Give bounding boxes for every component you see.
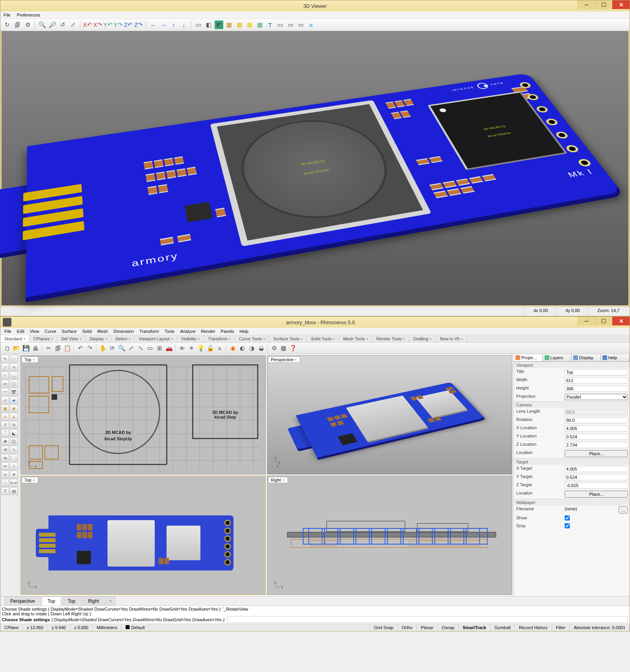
tab-solidtools[interactable]: Solid Tools▾ — [307, 335, 339, 342]
open-icon[interactable]: 📂 — [12, 344, 21, 353]
eco2-icon[interactable]: ▭ — [286, 20, 295, 29]
prop-xloc-input[interactable] — [565, 425, 628, 432]
pan-icon[interactable]: ✋ — [98, 344, 107, 353]
viewport-label-top1[interactable]: Top▾ — [22, 356, 38, 363]
viewport-label-persp[interactable]: Perspective▾ — [268, 356, 300, 363]
pan-down-icon[interactable]: ↓ — [180, 20, 188, 29]
menu-file[interactable]: File — [4, 329, 11, 334]
copy-icon[interactable]: 🗐 — [54, 344, 62, 353]
close-button[interactable]: ✕ — [612, 0, 630, 9]
box-icon[interactable]: ▣ — [1, 404, 9, 412]
wallpaper-browse-button[interactable]: … — [619, 506, 628, 513]
rotate-x-pos-icon[interactable]: X↷ — [93, 20, 102, 29]
text-icon[interactable]: T — [266, 20, 274, 29]
rotate-z-neg-icon[interactable]: Z↶ — [124, 20, 133, 29]
panel-tab-properties[interactable]: Prope… — [514, 354, 543, 361]
toggle-models-icon[interactable]: ◩ — [215, 20, 223, 29]
copy2-icon[interactable]: ⿻ — [10, 438, 18, 445]
viewport-right[interactable]: Right▾ — [267, 476, 512, 595]
join-icon[interactable]: ∪ — [1, 471, 9, 478]
hatch-icon[interactable]: ▤ — [10, 487, 18, 495]
zoom-in-icon[interactable]: 🔍 — [38, 20, 46, 29]
rhino-close-button[interactable]: ✕ — [612, 317, 630, 325]
layers-icon[interactable]: ≡ — [307, 20, 315, 29]
render-icon[interactable]: ◑ — [247, 344, 256, 353]
copy-icon[interactable]: 🗐 — [13, 20, 22, 29]
silk-icon[interactable]: ▦ — [235, 20, 244, 29]
tab-meshtools[interactable]: Mesh Tools▾ — [339, 335, 372, 342]
titlebar-3dviewer[interactable]: 3D Viewer ─ ☐ ✕ — [0, 0, 630, 11]
plane-icon[interactable]: ▰ — [10, 396, 18, 404]
new-icon[interactable]: 🗋 — [3, 344, 11, 353]
viewport-perspective[interactable]: Perspective▾ z└ y x — [267, 355, 512, 474]
command-input[interactable] — [227, 616, 628, 623]
toggle-filter[interactable]: Filter — [552, 624, 570, 631]
chamfer-icon[interactable]: ◣ — [10, 429, 18, 437]
panel-tab-display[interactable]: Display — [572, 354, 601, 361]
status-cplane[interactable]: CPlane — [0, 624, 23, 631]
copper-icon[interactable]: ▦ — [225, 20, 233, 29]
prop-zloc-input[interactable] — [565, 442, 628, 448]
viewport-tab-right[interactable]: Right — [82, 596, 105, 606]
menu-file[interactable]: File — [4, 13, 11, 17]
viewport-label-right[interactable]: Right▾ — [268, 477, 288, 483]
paste-icon[interactable]: 📋 — [63, 344, 72, 353]
rotate-y-neg-icon[interactable]: Y↶ — [104, 20, 112, 29]
eco1-icon[interactable]: ▭ — [276, 20, 285, 29]
status-layer[interactable]: Default — [122, 624, 149, 631]
pan-right-icon[interactable]: → — [159, 20, 168, 29]
circle-icon[interactable]: ○ — [1, 371, 9, 379]
prop-yloc-input[interactable] — [565, 434, 628, 440]
paste-icon[interactable]: ▦ — [256, 20, 264, 29]
menu-help[interactable]: Help — [239, 329, 248, 334]
save-icon[interactable]: 💾 — [22, 344, 30, 353]
zoom-icon[interactable]: 🔍 — [117, 344, 126, 353]
menu-surface[interactable]: Surface — [62, 329, 77, 334]
rotate-z-pos-icon[interactable]: Z↷ — [134, 20, 143, 29]
pan-up-icon[interactable]: ↑ — [169, 20, 178, 29]
tab-cplanes[interactable]: CPlanes▾ — [30, 335, 57, 342]
tab-setview[interactable]: Set View▾ — [57, 335, 85, 342]
options-icon[interactable]: ⚙ — [270, 344, 278, 353]
print-icon[interactable]: 🖶 — [31, 344, 40, 353]
undo-icon[interactable]: ↶ — [76, 344, 85, 353]
wallpaper-gray-checkbox[interactable] — [565, 523, 570, 528]
ortho-icon[interactable]: ▭ — [194, 20, 203, 29]
menu-solid[interactable]: Solid — [82, 329, 92, 334]
redraw-icon[interactable]: ↺ — [58, 20, 67, 29]
wallpaper-show-checkbox[interactable] — [565, 515, 570, 521]
viewport-tab-add[interactable]: + — [106, 596, 115, 606]
help-icon[interactable]: ❓ — [289, 344, 297, 353]
scale-icon[interactable]: ⤡ — [10, 446, 18, 454]
rect-icon[interactable]: ▭ — [1, 380, 9, 388]
config-icon[interactable]: ⚙ — [23, 20, 32, 29]
text-icon[interactable]: T — [1, 487, 9, 495]
place-target-button[interactable]: Place... — [565, 491, 628, 498]
tab-display[interactable]: Display▾ — [85, 335, 111, 342]
tab-transform[interactable]: Transform▾ — [204, 335, 235, 342]
zoom-extents-icon[interactable]: ⤢ — [127, 344, 135, 353]
viewport-tab-perspective[interactable]: Perspective — [4, 596, 41, 606]
tab-surfacetools[interactable]: Surface Tools▾ — [269, 335, 307, 342]
toggle-recordhistory[interactable]: Record History — [515, 624, 552, 631]
redo-icon[interactable]: ↷ — [85, 344, 94, 353]
place-camera-button[interactable]: Place... — [565, 450, 628, 457]
menu-preferences[interactable]: Preferences — [17, 13, 40, 17]
polyline-icon[interactable]: ∿ — [10, 363, 18, 371]
menu-view[interactable]: View — [30, 329, 39, 334]
shade-icon[interactable]: ◒ — [257, 344, 265, 353]
tab-standard[interactable]: Standard▾ — [0, 335, 30, 342]
prop-width-input[interactable] — [565, 377, 628, 384]
toggle-osnap[interactable]: Osnap — [438, 624, 459, 631]
zoom-win-icon[interactable]: ▭ — [146, 344, 154, 353]
rotate-icon[interactable]: ⟳ — [108, 344, 117, 353]
rotate-x-neg-icon[interactable]: X↶ — [83, 20, 92, 29]
dim-icon[interactable]: ⟷ — [10, 479, 18, 487]
move-icon[interactable]: ✥ — [1, 438, 9, 445]
polygon-icon[interactable]: ⬠ — [10, 380, 18, 388]
material-icon[interactable]: ◐ — [238, 344, 246, 353]
rhino-maximize-button[interactable]: ☐ — [595, 317, 612, 325]
tab-newinv5[interactable]: New in V5▾ — [436, 335, 467, 342]
minimize-button[interactable]: ─ — [578, 0, 595, 9]
prop-projection-select[interactable]: Parallel — [565, 394, 628, 400]
